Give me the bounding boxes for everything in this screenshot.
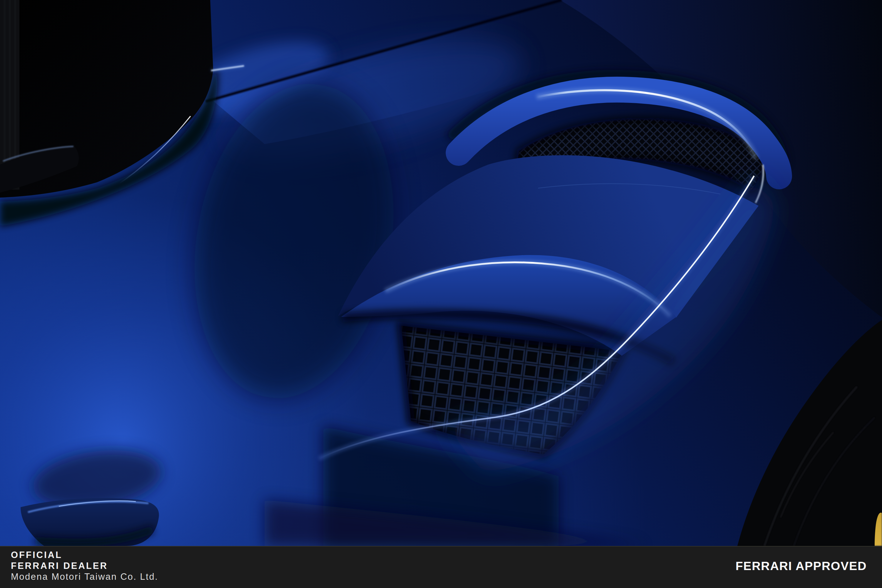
ferrari-approved-label: FERRARI APPROVED xyxy=(736,560,867,572)
dealer-line-company-name: Modena Motori Taiwan Co. Ltd. xyxy=(11,571,158,582)
dealer-footer-bar: OFFICIAL FERRARI DEALER Modena Motori Ta… xyxy=(0,546,882,588)
dealer-line-ferrari-dealer: FERRARI DEALER xyxy=(11,560,158,571)
car-photo xyxy=(0,0,882,546)
dealer-line-official: OFFICIAL xyxy=(11,549,158,560)
car-photo-svg xyxy=(0,0,882,546)
dealer-promo-image: OFFICIAL FERRARI DEALER Modena Motori Ta… xyxy=(0,0,882,588)
dealer-info-block: OFFICIAL FERRARI DEALER Modena Motori Ta… xyxy=(11,549,158,582)
